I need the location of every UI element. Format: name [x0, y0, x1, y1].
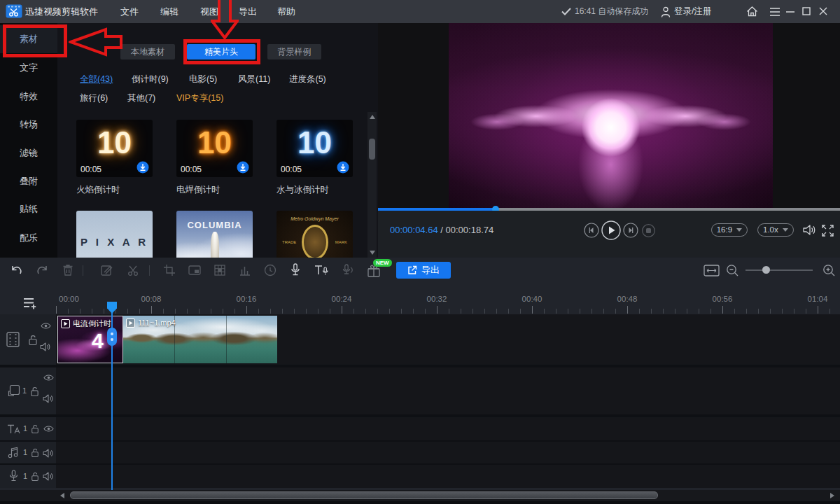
template-card-ice-countdown[interactable]: 10 00:05	[276, 120, 353, 177]
split-scissors-icon[interactable]	[126, 263, 140, 277]
timeline-zoom-slider[interactable]	[746, 270, 813, 271]
tab-local-material[interactable]: 本地素材	[120, 44, 175, 59]
text-to-speech-icon[interactable]	[314, 263, 329, 277]
sidebar-item-filters[interactable]: 滤镜	[0, 139, 57, 167]
fit-timeline-icon[interactable]	[704, 265, 720, 276]
zoom-out-icon[interactable]	[726, 264, 739, 277]
voice-track-lane[interactable]	[0, 465, 840, 488]
menu-help[interactable]: 帮助	[277, 0, 295, 23]
timeline-hscrollbar[interactable]	[0, 490, 840, 501]
hamburger-menu-icon[interactable]	[769, 8, 780, 16]
export-button[interactable]: 导出	[396, 262, 451, 279]
zoom-in-icon[interactable]	[822, 264, 836, 277]
download-icon[interactable]	[136, 161, 149, 174]
speaker-icon[interactable]	[43, 449, 53, 458]
scroll-up-arrow[interactable]	[370, 115, 375, 119]
minimize-button[interactable]	[786, 11, 794, 13]
card-number: 10	[76, 125, 153, 160]
speaker-icon[interactable]	[43, 394, 53, 403]
aspect-ratio-select[interactable]: 16:9	[711, 223, 748, 237]
menu-export[interactable]: 导出	[239, 0, 257, 23]
duration-clock-icon[interactable]	[263, 263, 277, 277]
sidebar-item-music[interactable]: 配乐	[0, 224, 57, 252]
eye-icon[interactable]	[43, 425, 54, 433]
audio-levels-icon[interactable]	[238, 263, 252, 277]
filter-scenery[interactable]: 风景(11)	[238, 74, 270, 85]
pip-icon[interactable]	[188, 263, 202, 277]
voice-changer-icon[interactable]	[341, 263, 355, 277]
sidebar-item-effects[interactable]: 特效	[0, 83, 57, 111]
sidebar-item-stickers[interactable]: 贴纸	[0, 195, 57, 223]
scroll-left-arrow[interactable]	[60, 493, 64, 498]
download-icon[interactable]	[237, 161, 249, 174]
redo-icon[interactable]	[35, 263, 49, 277]
hscrollbar-thumb[interactable]	[70, 491, 658, 499]
speaker-icon[interactable]	[43, 472, 53, 481]
filter-vip[interactable]: VIP专享(15)	[176, 92, 223, 104]
filter-countdown[interactable]: 倒计时(9)	[132, 74, 169, 85]
menu-file[interactable]: 文件	[120, 0, 139, 23]
crop-icon[interactable]	[162, 263, 176, 277]
zoom-slider-handle[interactable]	[762, 266, 770, 274]
fullscreen-icon[interactable]	[822, 225, 834, 237]
template-card-fire-countdown[interactable]: 10 00:05	[76, 120, 153, 177]
stop-button[interactable]	[642, 224, 655, 237]
lock-icon[interactable]	[31, 447, 39, 458]
menu-edit[interactable]: 编辑	[160, 0, 178, 23]
next-frame-button[interactable]	[623, 223, 638, 238]
sidebar-item-text[interactable]: 文字	[0, 54, 57, 82]
pip-track-lane[interactable]	[0, 368, 840, 414]
tab-background-samples[interactable]: 背景样例	[267, 44, 321, 59]
scrollbar-thumb[interactable]	[369, 139, 375, 160]
home-icon[interactable]	[746, 6, 758, 17]
materials-scrollbar[interactable]	[368, 112, 377, 258]
video-preview[interactable]	[378, 23, 840, 209]
eye-icon[interactable]	[41, 322, 51, 330]
clip-name: 电流倒计时	[73, 318, 111, 329]
speaker-icon[interactable]	[40, 342, 50, 351]
gift-icon[interactable]: NEW	[366, 263, 382, 278]
filter-movie[interactable]: 电影(5)	[189, 74, 217, 85]
lock-icon[interactable]	[28, 334, 38, 346]
add-track-icon[interactable]	[22, 297, 38, 310]
playhead-clip-handle[interactable]	[107, 328, 117, 346]
template-card-pixar[interactable]: P I X A R	[76, 211, 153, 258]
scroll-down-arrow[interactable]	[370, 251, 375, 255]
card-number: 10	[276, 125, 353, 160]
speed-select[interactable]: 1.0x	[757, 223, 794, 237]
template-card-mgm[interactable]: Metro Goldwyn Mayer TRADE MARK	[276, 211, 353, 258]
close-button[interactable]	[819, 7, 827, 15]
timeline-clip-video[interactable]: 111~1.mp4	[123, 316, 277, 363]
download-icon[interactable]	[337, 161, 349, 174]
filter-travel[interactable]: 旅行(6)	[80, 92, 108, 104]
sidebar-item-transitions[interactable]: 转场	[0, 111, 57, 139]
sidebar-item-overlay[interactable]: 叠附	[0, 167, 57, 195]
lock-icon[interactable]	[30, 386, 39, 397]
template-card-columbia[interactable]: COLUMBIA	[176, 211, 253, 258]
filter-progressbar[interactable]: 进度条(5)	[289, 74, 326, 85]
mosaic-icon[interactable]	[213, 263, 227, 277]
music-track-lane[interactable]	[0, 442, 840, 463]
record-mic-icon[interactable]	[288, 262, 302, 277]
delete-icon[interactable]	[61, 263, 75, 277]
clip-type-icon	[126, 318, 135, 328]
lock-icon[interactable]	[31, 471, 39, 482]
lock-icon[interactable]	[31, 424, 39, 434]
scroll-right-arrow[interactable]	[830, 493, 834, 498]
filter-all[interactable]: 全部(43)	[80, 74, 113, 85]
undo-icon[interactable]	[10, 263, 24, 277]
play-button[interactable]	[601, 220, 621, 240]
ruler-label: 00:00	[59, 295, 79, 303]
voice-track-icon	[9, 470, 18, 482]
edit-clip-icon[interactable]	[99, 263, 113, 277]
login-register-link[interactable]: 登录/注册	[674, 0, 711, 23]
timeline-ruler[interactable]: 00:00 00:08 00:16 00:24 00:32 00:40 00:4…	[0, 284, 840, 314]
volume-icon[interactable]	[802, 224, 816, 236]
maximize-button[interactable]	[802, 7, 811, 15]
template-card-weld-countdown[interactable]: 10 00:05	[176, 120, 253, 177]
text-track-lane[interactable]	[0, 417, 840, 440]
prev-frame-button[interactable]	[584, 223, 599, 238]
filter-other[interactable]: 其他(7)	[127, 92, 155, 104]
card-brand: P I X A R	[76, 236, 153, 248]
eye-icon[interactable]	[43, 374, 54, 382]
